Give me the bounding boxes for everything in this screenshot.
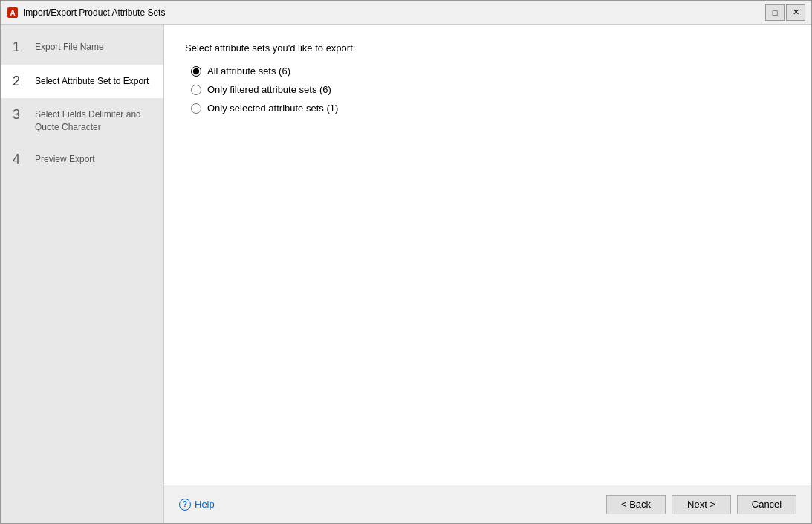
main-window: A Import/Export Product Attribute Sets □…: [0, 0, 812, 524]
sidebar-item-4-number: 4: [13, 152, 29, 168]
sidebar-item-2[interactable]: 2 Select Attribute Set to Export: [1, 65, 163, 99]
content-area: 1 Export File Name 2 Select Attribute Se…: [1, 25, 811, 523]
sidebar-item-3[interactable]: 3 Select Fields Delimiter and Quote Char…: [1, 98, 163, 143]
radio-group: All attribute sets (6) Only filtered att…: [185, 65, 790, 114]
sidebar-item-2-label: Select Attribute Set to Export: [35, 74, 149, 88]
instruction-text: Select attribute sets you'd like to expo…: [185, 42, 790, 54]
sidebar: 1 Export File Name 2 Select Attribute Se…: [1, 25, 164, 523]
option-selected[interactable]: Only selected attribute sets (1): [191, 103, 790, 114]
sidebar-item-1-number: 1: [13, 39, 29, 56]
footer: ? Help < Back Next > Cancel: [164, 485, 811, 523]
sidebar-item-1-label: Export File Name: [35, 39, 104, 54]
window-title: Import/Export Product Attribute Sets: [23, 7, 765, 18]
option-all[interactable]: All attribute sets (6): [191, 65, 790, 77]
sidebar-item-4-label: Preview Export: [35, 152, 95, 166]
title-bar: A Import/Export Product Attribute Sets □…: [1, 1, 811, 25]
maximize-button[interactable]: □: [765, 4, 785, 21]
sidebar-item-2-number: 2: [13, 74, 29, 90]
app-icon: A: [7, 7, 19, 19]
option-selected-label: Only selected attribute sets (1): [207, 103, 338, 114]
back-button[interactable]: < Back: [606, 495, 666, 514]
sidebar-item-3-label: Select Fields Delimiter and Quote Charac…: [35, 107, 152, 134]
help-icon: ?: [179, 499, 191, 511]
option-filtered-label: Only filtered attribute sets (6): [207, 84, 331, 95]
window-controls: □ ✕: [765, 4, 805, 21]
next-button[interactable]: Next >: [672, 495, 731, 514]
option-filtered[interactable]: Only filtered attribute sets (6): [191, 84, 790, 95]
close-button[interactable]: ✕: [786, 4, 805, 21]
sidebar-item-4[interactable]: 4 Preview Export: [1, 143, 163, 177]
radio-filtered[interactable]: [191, 85, 201, 95]
cancel-button[interactable]: Cancel: [737, 495, 796, 514]
main-content: Select attribute sets you'd like to expo…: [164, 25, 811, 523]
svg-text:A: A: [10, 9, 15, 17]
sidebar-item-1[interactable]: 1 Export File Name: [1, 30, 163, 65]
radio-all[interactable]: [191, 66, 201, 77]
radio-selected[interactable]: [191, 103, 201, 114]
sidebar-item-3-number: 3: [13, 107, 29, 123]
option-all-label: All attribute sets (6): [207, 65, 290, 77]
help-label: Help: [195, 499, 215, 510]
footer-buttons: < Back Next > Cancel: [606, 495, 796, 514]
help-link[interactable]: ? Help: [179, 499, 215, 511]
main-body: Select attribute sets you'd like to expo…: [164, 25, 811, 485]
